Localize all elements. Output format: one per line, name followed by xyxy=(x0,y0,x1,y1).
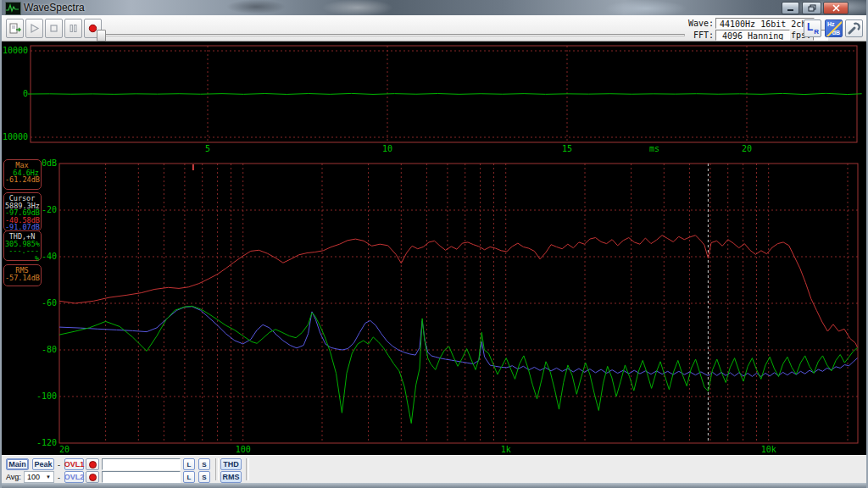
record-dot-icon-2 xyxy=(89,474,97,481)
rms-readout-box: RMS -57.14dB xyxy=(3,264,42,286)
window-bottom-frame xyxy=(2,483,866,488)
svg-text:-120: -120 xyxy=(36,438,57,447)
wavespectra-window: WaveSpectra Wave: 44100Hz 16bit 2ch xyxy=(0,0,868,488)
toolbar: Wave: 44100Hz 16bit 2ch FFT: 4096 Hannin… xyxy=(2,15,866,42)
svg-text:100: 100 xyxy=(236,445,251,454)
svg-text:20: 20 xyxy=(59,445,70,454)
minimize-button[interactable] xyxy=(782,2,799,14)
svg-text:0dB: 0dB xyxy=(42,158,57,168)
control-bar: Main Peak - OVL1 L S THD Avg: 100 ▼ - OV… xyxy=(2,455,866,483)
titlebar: WaveSpectra xyxy=(2,0,866,15)
overlay2-name-input[interactable] xyxy=(102,471,181,483)
separator-2 xyxy=(246,458,249,480)
overlay1-button[interactable]: OVL1 xyxy=(64,458,84,470)
rms-button[interactable]: RMS xyxy=(220,471,242,483)
svg-text:10000: 10000 xyxy=(3,46,28,55)
hz-label: Hz xyxy=(827,21,835,27)
chevron-down-icon: ▼ xyxy=(46,474,51,480)
svg-text:-100: -100 xyxy=(36,391,57,401)
avg-select[interactable]: 100 ▼ xyxy=(24,471,54,483)
window-title: WaveSpectra xyxy=(24,2,85,14)
svg-text:10: 10 xyxy=(382,144,392,153)
peak-button[interactable]: Peak xyxy=(32,458,54,470)
cursor-readout-box: Cursor 5889.3Hz -97.69dB -40.58dB -91.07… xyxy=(3,192,42,231)
record-dot-icon xyxy=(89,461,97,469)
lr-r-label: R xyxy=(814,28,819,36)
dash-label-1: - xyxy=(58,461,60,469)
overlay2-button[interactable]: OVL2 xyxy=(64,471,84,483)
wave-label: Wave: xyxy=(685,19,714,28)
max-readout-box: Max 64.6Hz -61.24dB xyxy=(3,159,42,190)
waveform-chart: 5101520100000-10000ms xyxy=(2,42,866,156)
waveform-panel: 5101520100000-10000ms xyxy=(2,42,866,156)
pause-button[interactable] xyxy=(64,19,82,38)
axis-scale-button[interactable]: Hz dB xyxy=(825,19,843,37)
svg-text:15: 15 xyxy=(562,144,572,153)
svg-text:-20: -20 xyxy=(42,205,57,214)
wave-format-field: 44100Hz 16bit 2ch xyxy=(715,18,815,29)
overlay2-record-button[interactable] xyxy=(86,471,99,483)
overlay1-name-input[interactable] xyxy=(102,458,181,470)
dash-label-2: - xyxy=(58,474,60,482)
overlay2-load-button[interactable]: L xyxy=(183,471,195,483)
overlay1-record-button[interactable] xyxy=(86,458,99,470)
rms-value: -57.14dB xyxy=(5,274,39,282)
svg-text:-80: -80 xyxy=(42,345,57,354)
fft-label: FFT: xyxy=(685,30,714,40)
svg-text:ms: ms xyxy=(649,144,659,153)
main-button[interactable]: Main xyxy=(6,458,29,470)
position-slider[interactable] xyxy=(102,34,685,36)
avg-value: 100 xyxy=(27,473,40,481)
wrench-icon xyxy=(846,20,862,36)
overlay1-save-button[interactable]: S xyxy=(198,458,210,470)
svg-text:10k: 10k xyxy=(761,445,776,454)
svg-text:-10000: -10000 xyxy=(2,132,28,141)
overlay2-save-button[interactable]: S xyxy=(198,471,210,483)
app-icon xyxy=(5,2,21,15)
avg-label: Avg: xyxy=(6,473,21,481)
svg-text:0: 0 xyxy=(23,89,28,98)
spectrum-panel: 0dB-20-40-60-80-100-120201001k10k Max 64… xyxy=(2,156,866,455)
lr-l-label: L xyxy=(807,21,813,33)
svg-text:-60: -60 xyxy=(42,298,57,308)
fft-setting-field: 4096 Hanning xyxy=(715,30,790,41)
thd-value-2: ---.---% xyxy=(5,247,39,262)
separator xyxy=(215,458,219,480)
settings-wrench-button[interactable] xyxy=(845,19,863,37)
stop-button[interactable] xyxy=(45,19,63,38)
svg-text:1k: 1k xyxy=(501,445,511,454)
thd-readout-box: THD,+N 305.985% ---.---% xyxy=(3,230,42,261)
close-button[interactable] xyxy=(823,2,849,14)
overlay1-load-button[interactable]: L xyxy=(183,458,195,470)
channel-lr-button[interactable]: L R xyxy=(804,19,821,37)
svg-text:-40: -40 xyxy=(42,252,57,261)
svg-text:20: 20 xyxy=(742,144,752,153)
svg-text:5: 5 xyxy=(205,144,210,153)
open-file-button[interactable] xyxy=(6,19,24,38)
max-level: -61.24dB xyxy=(5,176,39,184)
spectrum-chart[interactable]: 0dB-20-40-60-80-100-120201001k10k xyxy=(2,156,866,455)
position-slider-thumb[interactable] xyxy=(97,30,106,42)
thd-button[interactable]: THD xyxy=(220,458,242,470)
play-button[interactable] xyxy=(25,19,43,38)
maximize-button[interactable] xyxy=(802,2,821,14)
